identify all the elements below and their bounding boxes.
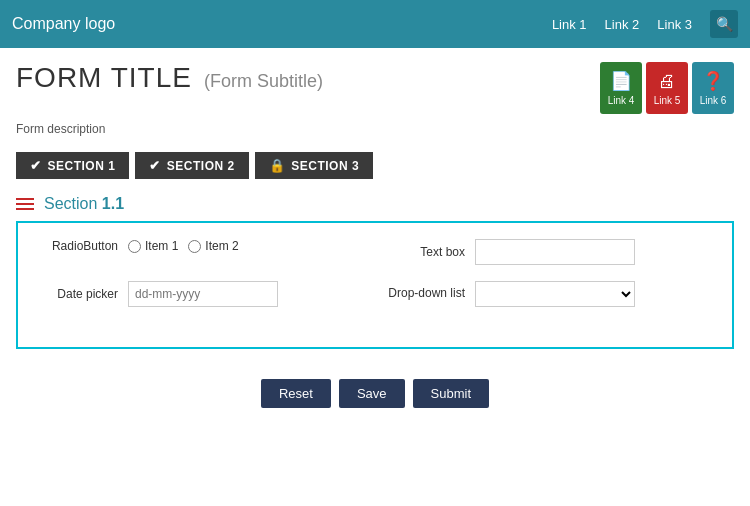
date-label: Date picker [38, 287, 118, 301]
radio-input-2[interactable] [188, 240, 201, 253]
dropdown-select[interactable] [475, 281, 635, 307]
form-row-1: RadioButton Item 1 Item 2 Text box [38, 239, 712, 265]
nav-link-1[interactable]: Link 1 [552, 17, 587, 32]
section-tab-1[interactable]: ✔ SECTION 1 [16, 152, 129, 179]
link4-button[interactable]: 📄 Link 4 [600, 62, 642, 114]
radio-group: Item 1 Item 2 [128, 239, 239, 253]
hamburger-line-2 [16, 203, 34, 205]
section-tabs: ✔ SECTION 1 ✔ SECTION 2 🔒 SECTION 3 [0, 146, 750, 191]
section-tab-3[interactable]: 🔒 SECTION 3 [255, 152, 373, 179]
link4-label: Link 4 [608, 95, 635, 106]
text-input[interactable] [475, 239, 635, 265]
form-box: RadioButton Item 1 Item 2 Text box Date … [16, 221, 734, 349]
search-button[interactable]: 🔍 [710, 10, 738, 38]
form-description: Form description [0, 120, 750, 146]
nav-link-2[interactable]: Link 2 [605, 17, 640, 32]
print-icon: 🖨 [658, 71, 676, 92]
section-tab-1-label: SECTION 1 [48, 159, 116, 173]
radio-item1[interactable]: Item 1 [128, 239, 178, 253]
lock-icon: 🔒 [269, 158, 286, 173]
radio-field: RadioButton Item 1 Item 2 [38, 239, 365, 253]
section-label: Section 1.1 [44, 195, 124, 213]
header: Company logo Link 1 Link 2 Link 3 🔍 [0, 0, 750, 48]
hamburger-line-1 [16, 198, 34, 200]
link5-button[interactable]: 🖨 Link 5 [646, 62, 688, 114]
radio-item2[interactable]: Item 2 [188, 239, 238, 253]
bottom-buttons: Reset Save Submit [0, 349, 750, 428]
dropdown-field: Drop-down list [385, 281, 712, 307]
action-buttons: 📄 Link 4 🖨 Link 5 ❓ Link 6 [600, 62, 734, 114]
link6-button[interactable]: ❓ Link 6 [692, 62, 734, 114]
check-icon-1: ✔ [30, 158, 42, 173]
reset-button[interactable]: Reset [261, 379, 331, 408]
date-field: Date picker [38, 281, 365, 307]
nav-link-3[interactable]: Link 3 [657, 17, 692, 32]
link6-label: Link 6 [700, 95, 727, 106]
form-title: FORM TITLE [16, 62, 192, 94]
save-button[interactable]: Save [339, 379, 405, 408]
text-label: Text box [385, 245, 465, 259]
help-icon: ❓ [702, 70, 724, 92]
date-input[interactable] [128, 281, 278, 307]
form-subtitle: (Form Subtitle) [204, 71, 323, 92]
section-tab-3-label: SECTION 3 [291, 159, 359, 173]
hamburger-line-3 [16, 208, 34, 210]
search-icon: 🔍 [716, 16, 733, 32]
radio-label: RadioButton [38, 239, 118, 253]
form-row-2: Date picker Drop-down list [38, 281, 712, 307]
link5-label: Link 5 [654, 95, 681, 106]
header-nav: Link 1 Link 2 Link 3 🔍 [552, 10, 738, 38]
radio-input-1[interactable] [128, 240, 141, 253]
hamburger-icon[interactable] [16, 198, 34, 210]
section-header: Section 1.1 [0, 191, 750, 221]
check-icon-2: ✔ [149, 158, 161, 173]
submit-button[interactable]: Submit [413, 379, 489, 408]
title-area: FORM TITLE (Form Subtitle) [16, 62, 323, 94]
document-icon: 📄 [610, 70, 632, 92]
page-header: FORM TITLE (Form Subtitle) 📄 Link 4 🖨 Li… [0, 48, 750, 120]
company-logo: Company logo [12, 15, 115, 33]
section-tab-2[interactable]: ✔ SECTION 2 [135, 152, 248, 179]
section-tab-2-label: SECTION 2 [167, 159, 235, 173]
text-field: Text box [385, 239, 712, 265]
dropdown-label: Drop-down list [385, 286, 465, 302]
